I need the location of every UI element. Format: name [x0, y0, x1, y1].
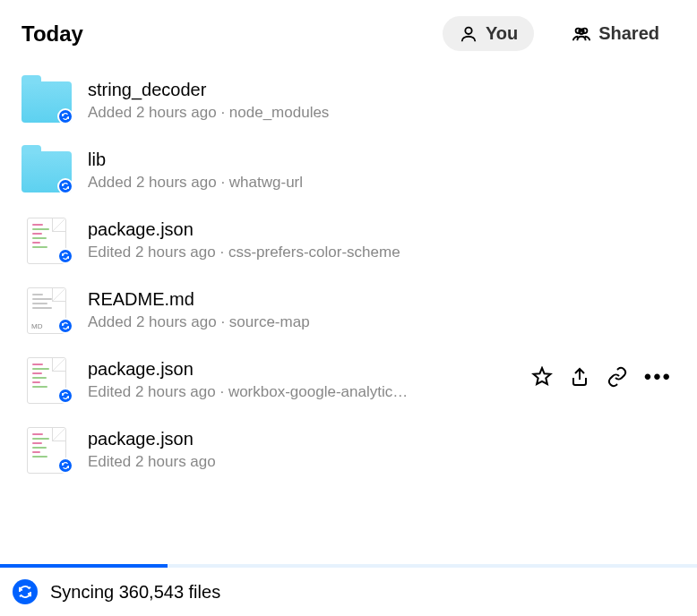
item-icon-wrap: MD — [22, 287, 72, 332]
sync-badge-icon — [57, 108, 73, 124]
item-icon-wrap — [22, 357, 72, 402]
item-meta: Added 2 hours ago · node_modules — [88, 104, 675, 122]
more-icon[interactable]: ••• — [644, 366, 672, 388]
list-item[interactable]: string_decoderAdded 2 hours ago · node_m… — [22, 65, 675, 135]
sync-badge-icon — [57, 458, 73, 474]
sync-badge-icon — [57, 388, 73, 404]
link-icon[interactable] — [607, 366, 628, 388]
sync-badge-icon — [57, 178, 73, 194]
list-item[interactable]: package.jsonEdited 2 hours ago · css-pre… — [22, 205, 675, 275]
people-icon — [572, 24, 591, 44]
item-name: package.json — [88, 429, 675, 449]
svg-point-0 — [465, 27, 471, 33]
item-content: libAdded 2 hours ago · whatwg-url — [88, 148, 675, 192]
item-icon-wrap — [22, 78, 72, 123]
item-meta: Edited 2 hours ago — [88, 453, 675, 471]
file-list: string_decoderAdded 2 hours ago · node_m… — [0, 58, 697, 484]
svg-point-3 — [579, 29, 584, 34]
item-name: package.json — [88, 359, 515, 380]
item-content: README.mdAdded 2 hours ago · source-map — [88, 287, 675, 331]
item-icon-wrap — [22, 218, 72, 262]
page-title: Today — [22, 21, 83, 47]
status-bar: Syncing 360,543 files — [0, 568, 697, 616]
item-icon-wrap — [22, 427, 72, 472]
share-icon[interactable] — [569, 366, 590, 388]
tab-you[interactable]: You — [443, 16, 534, 51]
item-name: lib — [88, 150, 675, 170]
list-item[interactable]: libAdded 2 hours ago · whatwg-url — [22, 135, 675, 205]
sync-badge-icon — [57, 248, 73, 264]
tab-you-label: You — [486, 23, 518, 44]
item-icon-wrap — [22, 148, 72, 192]
item-content: string_decoderAdded 2 hours ago · node_m… — [88, 78, 675, 122]
item-actions: ••• — [531, 357, 675, 388]
sync-badge-icon — [57, 318, 73, 334]
item-meta: Edited 2 hours ago · workbox-google-anal… — [88, 383, 515, 401]
list-item[interactable]: package.jsonEdited 2 hours ago — [22, 415, 675, 484]
filter-tabs: You Shared — [443, 16, 675, 51]
item-meta: Added 2 hours ago · source-map — [88, 313, 675, 331]
item-meta: Edited 2 hours ago · css-prefers-color-s… — [88, 244, 675, 261]
item-content: package.jsonEdited 2 hours ago · css-pre… — [88, 218, 675, 261]
star-icon[interactable] — [531, 366, 553, 388]
item-name: string_decoder — [88, 80, 675, 100]
list-item[interactable]: package.jsonEdited 2 hours ago · workbox… — [22, 345, 675, 415]
sync-status-icon — [13, 579, 38, 604]
person-icon — [459, 24, 478, 44]
item-name: package.json — [88, 219, 675, 240]
item-name: README.md — [88, 289, 675, 310]
item-meta: Added 2 hours ago · whatwg-url — [88, 174, 675, 192]
item-content: package.jsonEdited 2 hours ago — [88, 427, 675, 471]
tab-shared[interactable]: Shared — [555, 16, 675, 51]
list-item[interactable]: MDREADME.mdAdded 2 hours ago · source-ma… — [22, 275, 675, 345]
status-text: Syncing 360,543 files — [50, 582, 220, 603]
tab-shared-label: Shared — [598, 23, 659, 44]
item-content: package.jsonEdited 2 hours ago · workbox… — [88, 357, 515, 401]
